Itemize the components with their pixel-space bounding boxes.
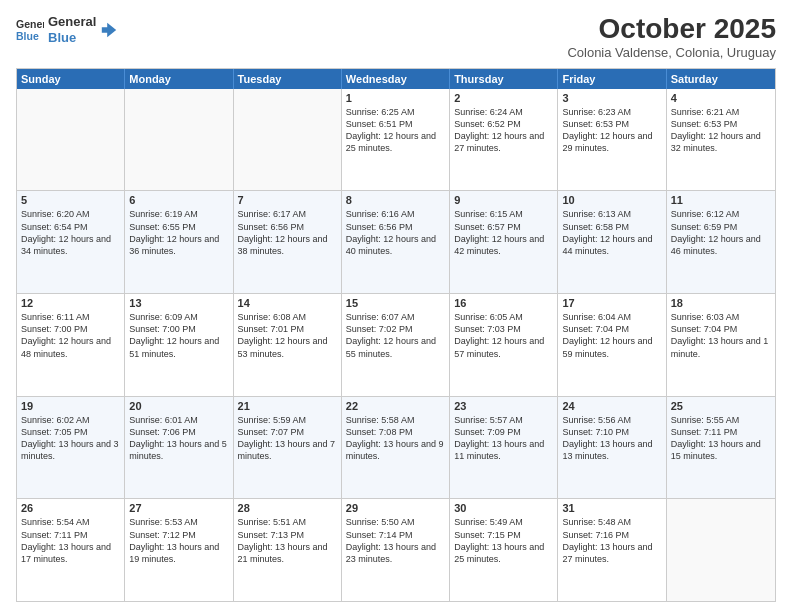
cal-cell-2-6: 18Sunrise: 6:03 AM Sunset: 7:04 PM Dayli… bbox=[667, 294, 775, 396]
cal-cell-4-5: 31Sunrise: 5:48 AM Sunset: 7:16 PM Dayli… bbox=[558, 499, 666, 601]
cell-text-2-5: Sunrise: 6:04 AM Sunset: 7:04 PM Dayligh… bbox=[562, 311, 661, 360]
day-num-23: 23 bbox=[454, 400, 553, 412]
cell-text-4-0: Sunrise: 5:54 AM Sunset: 7:11 PM Dayligh… bbox=[21, 516, 120, 565]
cell-text-0-4: Sunrise: 6:24 AM Sunset: 6:52 PM Dayligh… bbox=[454, 106, 553, 155]
cell-text-3-1: Sunrise: 6:01 AM Sunset: 7:06 PM Dayligh… bbox=[129, 414, 228, 463]
day-num-2: 2 bbox=[454, 92, 553, 104]
logo: General Blue General Blue bbox=[16, 14, 118, 45]
day-num-15: 15 bbox=[346, 297, 445, 309]
cal-cell-1-0: 5Sunrise: 6:20 AM Sunset: 6:54 PM Daylig… bbox=[17, 191, 125, 293]
logo-icon: General Blue bbox=[16, 16, 44, 44]
header-sunday: Sunday bbox=[17, 69, 125, 89]
svg-text:General: General bbox=[16, 18, 44, 30]
day-num-31: 31 bbox=[562, 502, 661, 514]
cal-cell-1-3: 8Sunrise: 6:16 AM Sunset: 6:56 PM Daylig… bbox=[342, 191, 450, 293]
day-num-9: 9 bbox=[454, 194, 553, 206]
day-num-22: 22 bbox=[346, 400, 445, 412]
cal-row-2: 12Sunrise: 6:11 AM Sunset: 7:00 PM Dayli… bbox=[17, 293, 775, 396]
cal-cell-2-0: 12Sunrise: 6:11 AM Sunset: 7:00 PM Dayli… bbox=[17, 294, 125, 396]
cal-cell-0-6: 4Sunrise: 6:21 AM Sunset: 6:53 PM Daylig… bbox=[667, 89, 775, 191]
cell-text-2-4: Sunrise: 6:05 AM Sunset: 7:03 PM Dayligh… bbox=[454, 311, 553, 360]
calendar: Sunday Monday Tuesday Wednesday Thursday… bbox=[16, 68, 776, 602]
day-num-20: 20 bbox=[129, 400, 228, 412]
cell-text-3-4: Sunrise: 5:57 AM Sunset: 7:09 PM Dayligh… bbox=[454, 414, 553, 463]
cell-text-4-2: Sunrise: 5:51 AM Sunset: 7:13 PM Dayligh… bbox=[238, 516, 337, 565]
cell-text-3-3: Sunrise: 5:58 AM Sunset: 7:08 PM Dayligh… bbox=[346, 414, 445, 463]
cell-text-0-6: Sunrise: 6:21 AM Sunset: 6:53 PM Dayligh… bbox=[671, 106, 771, 155]
svg-text:Blue: Blue bbox=[16, 29, 39, 41]
cell-text-2-3: Sunrise: 6:07 AM Sunset: 7:02 PM Dayligh… bbox=[346, 311, 445, 360]
cal-cell-3-2: 21Sunrise: 5:59 AM Sunset: 7:07 PM Dayli… bbox=[234, 397, 342, 499]
cell-text-1-4: Sunrise: 6:15 AM Sunset: 6:57 PM Dayligh… bbox=[454, 208, 553, 257]
cell-text-1-5: Sunrise: 6:13 AM Sunset: 6:58 PM Dayligh… bbox=[562, 208, 661, 257]
cal-cell-0-2 bbox=[234, 89, 342, 191]
day-num-30: 30 bbox=[454, 502, 553, 514]
cal-row-4: 26Sunrise: 5:54 AM Sunset: 7:11 PM Dayli… bbox=[17, 498, 775, 601]
cal-cell-4-1: 27Sunrise: 5:53 AM Sunset: 7:12 PM Dayli… bbox=[125, 499, 233, 601]
day-num-10: 10 bbox=[562, 194, 661, 206]
cal-cell-0-3: 1Sunrise: 6:25 AM Sunset: 6:51 PM Daylig… bbox=[342, 89, 450, 191]
cell-text-0-5: Sunrise: 6:23 AM Sunset: 6:53 PM Dayligh… bbox=[562, 106, 661, 155]
header-monday: Monday bbox=[125, 69, 233, 89]
cal-cell-2-2: 14Sunrise: 6:08 AM Sunset: 7:01 PM Dayli… bbox=[234, 294, 342, 396]
cal-cell-3-3: 22Sunrise: 5:58 AM Sunset: 7:08 PM Dayli… bbox=[342, 397, 450, 499]
cell-text-4-1: Sunrise: 5:53 AM Sunset: 7:12 PM Dayligh… bbox=[129, 516, 228, 565]
cal-cell-1-4: 9Sunrise: 6:15 AM Sunset: 6:57 PM Daylig… bbox=[450, 191, 558, 293]
cal-cell-3-6: 25Sunrise: 5:55 AM Sunset: 7:11 PM Dayli… bbox=[667, 397, 775, 499]
cell-text-4-4: Sunrise: 5:49 AM Sunset: 7:15 PM Dayligh… bbox=[454, 516, 553, 565]
cal-cell-2-1: 13Sunrise: 6:09 AM Sunset: 7:00 PM Dayli… bbox=[125, 294, 233, 396]
cal-cell-4-4: 30Sunrise: 5:49 AM Sunset: 7:15 PM Dayli… bbox=[450, 499, 558, 601]
calendar-body: 1Sunrise: 6:25 AM Sunset: 6:51 PM Daylig… bbox=[17, 89, 775, 601]
day-num-26: 26 bbox=[21, 502, 120, 514]
cell-text-2-0: Sunrise: 6:11 AM Sunset: 7:00 PM Dayligh… bbox=[21, 311, 120, 360]
day-num-21: 21 bbox=[238, 400, 337, 412]
cal-cell-1-5: 10Sunrise: 6:13 AM Sunset: 6:58 PM Dayli… bbox=[558, 191, 666, 293]
calendar-header: Sunday Monday Tuesday Wednesday Thursday… bbox=[17, 69, 775, 89]
header-friday: Friday bbox=[558, 69, 666, 89]
day-num-13: 13 bbox=[129, 297, 228, 309]
cell-text-3-5: Sunrise: 5:56 AM Sunset: 7:10 PM Dayligh… bbox=[562, 414, 661, 463]
day-num-24: 24 bbox=[562, 400, 661, 412]
cal-cell-3-1: 20Sunrise: 6:01 AM Sunset: 7:06 PM Dayli… bbox=[125, 397, 233, 499]
cal-cell-4-6 bbox=[667, 499, 775, 601]
header-tuesday: Tuesday bbox=[234, 69, 342, 89]
cell-text-3-6: Sunrise: 5:55 AM Sunset: 7:11 PM Dayligh… bbox=[671, 414, 771, 463]
day-num-4: 4 bbox=[671, 92, 771, 104]
day-num-18: 18 bbox=[671, 297, 771, 309]
cell-text-1-0: Sunrise: 6:20 AM Sunset: 6:54 PM Dayligh… bbox=[21, 208, 120, 257]
subtitle: Colonia Valdense, Colonia, Uruguay bbox=[567, 45, 776, 60]
cell-text-3-0: Sunrise: 6:02 AM Sunset: 7:05 PM Dayligh… bbox=[21, 414, 120, 463]
day-num-29: 29 bbox=[346, 502, 445, 514]
month-title: October 2025 bbox=[567, 14, 776, 45]
cell-text-4-3: Sunrise: 5:50 AM Sunset: 7:14 PM Dayligh… bbox=[346, 516, 445, 565]
cal-cell-4-3: 29Sunrise: 5:50 AM Sunset: 7:14 PM Dayli… bbox=[342, 499, 450, 601]
day-num-8: 8 bbox=[346, 194, 445, 206]
cell-text-1-2: Sunrise: 6:17 AM Sunset: 6:56 PM Dayligh… bbox=[238, 208, 337, 257]
cal-cell-3-4: 23Sunrise: 5:57 AM Sunset: 7:09 PM Dayli… bbox=[450, 397, 558, 499]
title-block: October 2025 Colonia Valdense, Colonia, … bbox=[567, 14, 776, 60]
page: General Blue General Blue October 2025 C… bbox=[0, 0, 792, 612]
cell-text-1-6: Sunrise: 6:12 AM Sunset: 6:59 PM Dayligh… bbox=[671, 208, 771, 257]
cal-row-3: 19Sunrise: 6:02 AM Sunset: 7:05 PM Dayli… bbox=[17, 396, 775, 499]
cal-cell-1-6: 11Sunrise: 6:12 AM Sunset: 6:59 PM Dayli… bbox=[667, 191, 775, 293]
logo-general: General bbox=[48, 14, 96, 30]
svg-marker-3 bbox=[102, 22, 116, 36]
day-num-11: 11 bbox=[671, 194, 771, 206]
cal-cell-3-5: 24Sunrise: 5:56 AM Sunset: 7:10 PM Dayli… bbox=[558, 397, 666, 499]
header: General Blue General Blue October 2025 C… bbox=[16, 14, 776, 60]
cell-text-1-3: Sunrise: 6:16 AM Sunset: 6:56 PM Dayligh… bbox=[346, 208, 445, 257]
cell-text-3-2: Sunrise: 5:59 AM Sunset: 7:07 PM Dayligh… bbox=[238, 414, 337, 463]
day-num-25: 25 bbox=[671, 400, 771, 412]
cal-cell-4-2: 28Sunrise: 5:51 AM Sunset: 7:13 PM Dayli… bbox=[234, 499, 342, 601]
day-num-12: 12 bbox=[21, 297, 120, 309]
day-num-14: 14 bbox=[238, 297, 337, 309]
cal-cell-0-0 bbox=[17, 89, 125, 191]
day-num-1: 1 bbox=[346, 92, 445, 104]
header-thursday: Thursday bbox=[450, 69, 558, 89]
cell-text-4-5: Sunrise: 5:48 AM Sunset: 7:16 PM Dayligh… bbox=[562, 516, 661, 565]
cal-cell-0-4: 2Sunrise: 6:24 AM Sunset: 6:52 PM Daylig… bbox=[450, 89, 558, 191]
cal-row-0: 1Sunrise: 6:25 AM Sunset: 6:51 PM Daylig… bbox=[17, 89, 775, 191]
cal-cell-4-0: 26Sunrise: 5:54 AM Sunset: 7:11 PM Dayli… bbox=[17, 499, 125, 601]
cell-text-1-1: Sunrise: 6:19 AM Sunset: 6:55 PM Dayligh… bbox=[129, 208, 228, 257]
cell-text-2-2: Sunrise: 6:08 AM Sunset: 7:01 PM Dayligh… bbox=[238, 311, 337, 360]
